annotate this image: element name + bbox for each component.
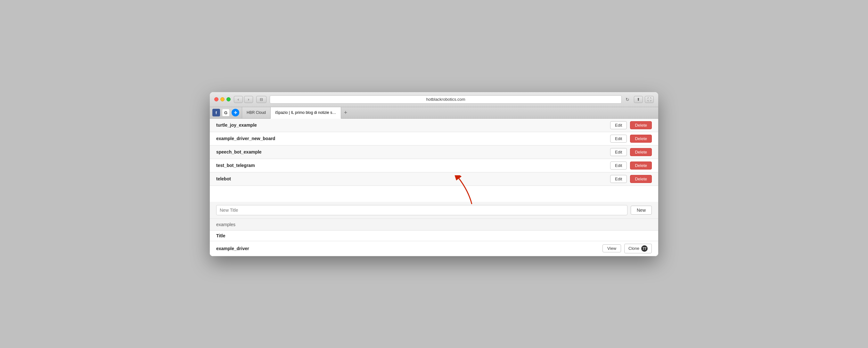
bookmark-google[interactable]: G [222, 109, 230, 116]
delete-button[interactable]: Delete [630, 148, 652, 156]
content-area: turtle_joy_example Edit Delete example_d… [210, 119, 658, 256]
new-tab-button[interactable]: ⛶ [645, 96, 654, 103]
browser-window: ‹ › ⊟ hotblackrobotics.com ↻ ⬆ ⛶ f G ✈ H… [210, 92, 658, 256]
address-bar-container: hotblackrobotics.com ↻ [270, 95, 631, 104]
new-button[interactable]: New [631, 206, 652, 215]
tab-hbr-cloud[interactable]: HBR Cloud [242, 107, 271, 118]
edit-button[interactable]: Edit [610, 162, 627, 170]
row-actions: Edit Delete [610, 135, 652, 143]
url-text: hotblackrobotics.com [426, 97, 465, 102]
row-actions: Edit Delete [610, 175, 652, 183]
row-name: test_bot_telegram [216, 163, 610, 168]
delete-button[interactable]: Delete [630, 175, 652, 183]
column-title-label: Title [216, 233, 225, 238]
clone-label: Clone [628, 246, 639, 251]
clone-button[interactable]: Clone 77 [624, 244, 652, 253]
edit-button[interactable]: Edit [610, 135, 627, 143]
forward-button[interactable]: › [244, 96, 253, 103]
sidebar-toggle-button[interactable]: ⊟ [256, 96, 267, 103]
view-button[interactable]: View [602, 244, 621, 252]
section-category-header: examples [210, 219, 658, 231]
row-name: example_driver_new_board [216, 136, 610, 141]
edit-button[interactable]: Edit [610, 175, 627, 183]
bookmarks-bar: f G ✈ [210, 107, 242, 118]
table-row: speech_bot_example Edit Delete [210, 145, 658, 159]
table-row: turtle_joy_example Edit Delete [210, 119, 658, 132]
delete-button[interactable]: Delete [630, 121, 652, 129]
tab-bar: f G ✈ HBR Cloud iSpazio | IL primo blog … [210, 107, 658, 119]
row-name: turtle_joy_example [216, 123, 610, 128]
nav-buttons: ‹ › [234, 96, 253, 103]
row-actions: Edit Delete [610, 121, 652, 129]
section-category-label: examples [216, 222, 236, 227]
bookmark-messenger[interactable]: ✈ [231, 109, 239, 116]
bookmark-facebook[interactable]: f [212, 109, 220, 116]
new-title-row: New [210, 202, 658, 219]
edit-button[interactable]: Edit [610, 148, 627, 156]
back-button[interactable]: ‹ [234, 96, 243, 103]
example-row-actions: View Clone 77 [602, 244, 652, 253]
table-row: example_driver_new_board Edit Delete [210, 132, 658, 145]
fullscreen-button[interactable] [226, 97, 230, 101]
new-title-input[interactable] [216, 205, 627, 215]
address-bar[interactable]: hotblackrobotics.com [270, 95, 622, 104]
table-row: test_bot_telegram Edit Delete [210, 159, 658, 172]
add-tab-button[interactable]: + [341, 107, 350, 118]
row-name: speech_bot_example [216, 149, 610, 154]
delete-button[interactable]: Delete [630, 135, 652, 143]
delete-button[interactable]: Delete [630, 162, 652, 170]
section-column-header: Title [210, 231, 658, 241]
clone-count-badge: 77 [641, 245, 648, 252]
title-bar: ‹ › ⊟ hotblackrobotics.com ↻ ⬆ ⛶ [210, 92, 658, 107]
edit-button[interactable]: Edit [610, 121, 627, 129]
row-actions: Edit Delete [610, 162, 652, 170]
share-button[interactable]: ⬆ [634, 96, 643, 103]
example-row-name: example_driver [216, 246, 602, 251]
traffic-lights [214, 97, 230, 101]
tabs-container: HBR Cloud iSpazio | IL primo blog di not… [242, 107, 658, 118]
window-buttons: ⬆ ⛶ [634, 96, 654, 103]
row-name: telebot [216, 176, 610, 181]
example-table-row: example_driver View Clone 77 [210, 241, 658, 256]
table-row: telebot Edit Delete [210, 172, 658, 186]
close-button[interactable] [214, 97, 218, 101]
row-actions: Edit Delete [610, 148, 652, 156]
tab-ispazio[interactable]: iSpazio | IL primo blog di notizie su iP… [271, 107, 341, 119]
reload-button[interactable]: ↻ [624, 96, 631, 103]
minimize-button[interactable] [220, 97, 224, 101]
